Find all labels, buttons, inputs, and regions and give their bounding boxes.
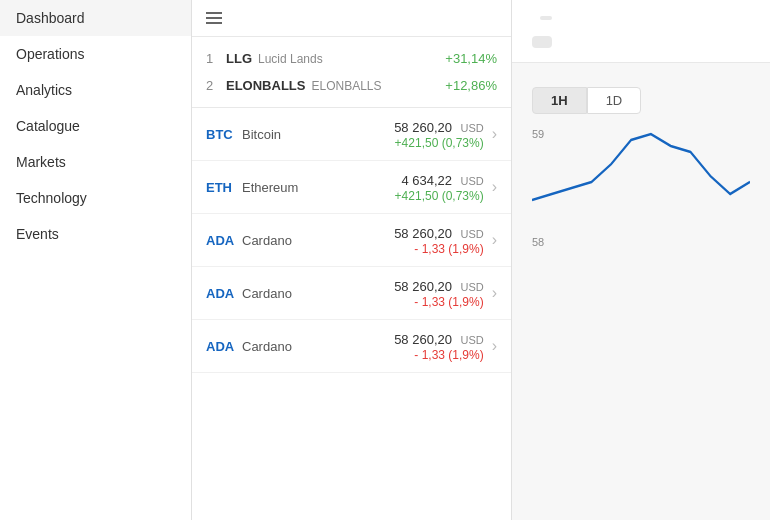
crypto-name: Cardano: [242, 233, 292, 248]
trending-item[interactable]: 1 LLG Lucid Lands +31,14%: [192, 45, 511, 72]
crypto-currency: USD: [460, 281, 483, 293]
trending-panel: 1 LLG Lucid Lands +31,14% 2 ELONBALLS EL…: [192, 0, 512, 520]
crypto-currency: USD: [460, 175, 483, 187]
crypto-price-block: 58 260,20 USD - 1,33 (1,9%): [394, 277, 484, 309]
crypto-price: 58 260,20: [394, 226, 452, 241]
chart-svg: [532, 128, 750, 248]
sidebar: DashboardOperationsAnalyticsCatalogueMar…: [0, 0, 192, 520]
crypto-item[interactable]: ADA Cardano 58 260,20 USD - 1,33 (1,9%) …: [192, 214, 511, 267]
trending-item[interactable]: 2 ELONBALLS ELONBALLS +12,86%: [192, 72, 511, 99]
trending-rank: 2: [206, 78, 218, 93]
trending-section: 1 LLG Lucid Lands +31,14% 2 ELONBALLS EL…: [192, 37, 511, 108]
sidebar-item-catalogue[interactable]: Catalogue: [0, 108, 191, 144]
crypto-item[interactable]: ADA Cardano 58 260,20 USD - 1,33 (1,9%) …: [192, 267, 511, 320]
crypto-ticker: ETH: [206, 180, 236, 195]
chart-y-labels: 5958: [532, 128, 544, 248]
sidebar-item-analytics[interactable]: Analytics: [0, 72, 191, 108]
sidebar-item-operations[interactable]: Operations: [0, 36, 191, 72]
sidebar-item-markets[interactable]: Markets: [0, 144, 191, 180]
time-button-1d[interactable]: 1D: [587, 87, 642, 114]
crypto-price-row: 58 260,20 USD: [394, 277, 484, 295]
menu-icon[interactable]: [206, 12, 222, 24]
crypto-price-block: 58 260,20 USD - 1,33 (1,9%): [394, 330, 484, 362]
crypto-price: 58 260,20: [394, 279, 452, 294]
trending-name: ELONBALLS: [311, 79, 381, 93]
crypto-change: - 1,33 (1,9%): [394, 348, 484, 362]
trending-change: +31,14%: [445, 51, 497, 66]
crypto-item[interactable]: ADA Cardano 58 260,20 USD - 1,33 (1,9%) …: [192, 320, 511, 373]
trending-ticker: LLG: [226, 51, 252, 66]
crypto-price-row: 58 260,20 USD: [394, 118, 484, 136]
chart-y-label: 59: [532, 128, 544, 140]
bitcoin-panel: 1H1D 5958: [512, 0, 770, 520]
bitcoin-header: [512, 0, 770, 63]
sidebar-item-technology[interactable]: Technology: [0, 180, 191, 216]
bitcoin-symbol: [540, 16, 552, 20]
crypto-price: 4 634,22: [401, 173, 452, 188]
chevron-right-icon: ›: [492, 178, 497, 196]
chevron-right-icon: ›: [492, 337, 497, 355]
crypto-ticker: ADA: [206, 339, 236, 354]
chevron-right-icon: ›: [492, 125, 497, 143]
chevron-right-icon: ›: [492, 284, 497, 302]
crypto-item[interactable]: ETH Ethereum 4 634,22 USD +421,50 (0,73%…: [192, 161, 511, 214]
crypto-change: - 1,33 (1,9%): [394, 242, 484, 256]
crypto-ticker: BTC: [206, 127, 236, 142]
sidebar-item-events[interactable]: Events: [0, 216, 191, 252]
crypto-list: BTC Bitcoin 58 260,20 USD +421,50 (0,73%…: [192, 108, 511, 520]
main-content: 1 LLG Lucid Lands +31,14% 2 ELONBALLS EL…: [192, 0, 770, 520]
crypto-change: - 1,33 (1,9%): [394, 295, 484, 309]
crypto-price: 58 260,20: [394, 120, 452, 135]
time-button-1h[interactable]: 1H: [532, 87, 587, 114]
sidebar-item-dashboard[interactable]: Dashboard: [0, 0, 191, 36]
crypto-name: Cardano: [242, 286, 292, 301]
crypto-item[interactable]: BTC Bitcoin 58 260,20 USD +421,50 (0,73%…: [192, 108, 511, 161]
bitcoin-title-row: [532, 16, 750, 20]
chart-container: 5958: [532, 128, 750, 248]
trending-name: Lucid Lands: [258, 52, 323, 66]
chevron-right-icon: ›: [492, 231, 497, 249]
crypto-name: Cardano: [242, 339, 292, 354]
crypto-ticker: ADA: [206, 233, 236, 248]
crypto-currency: USD: [460, 228, 483, 240]
chart-section: 1H1D 5958: [512, 63, 770, 520]
crypto-name: Ethereum: [242, 180, 298, 195]
time-buttons: 1H1D: [532, 87, 750, 114]
chart-y-label: 58: [532, 236, 544, 248]
crypto-price-row: 58 260,20 USD: [394, 224, 484, 242]
trending-rank: 1: [206, 51, 218, 66]
crypto-price-block: 58 260,20 USD - 1,33 (1,9%): [394, 224, 484, 256]
crypto-change: +421,50 (0,73%): [395, 189, 484, 203]
trending-change: +12,86%: [445, 78, 497, 93]
crypto-price-block: 4 634,22 USD +421,50 (0,73%): [395, 171, 484, 203]
crypto-change: +421,50 (0,73%): [394, 136, 484, 150]
crypto-name: Bitcoin: [242, 127, 281, 142]
crypto-currency: USD: [460, 122, 483, 134]
trending-ticker: ELONBALLS: [226, 78, 305, 93]
crypto-price: 58 260,20: [394, 332, 452, 347]
panel-header: [192, 0, 511, 37]
crypto-price-row: 4 634,22 USD: [395, 171, 484, 189]
crypto-price-row: 58 260,20 USD: [394, 330, 484, 348]
crypto-currency: USD: [460, 334, 483, 346]
bitcoin-url[interactable]: [532, 36, 552, 48]
crypto-price-block: 58 260,20 USD +421,50 (0,73%): [394, 118, 484, 150]
crypto-ticker: ADA: [206, 286, 236, 301]
